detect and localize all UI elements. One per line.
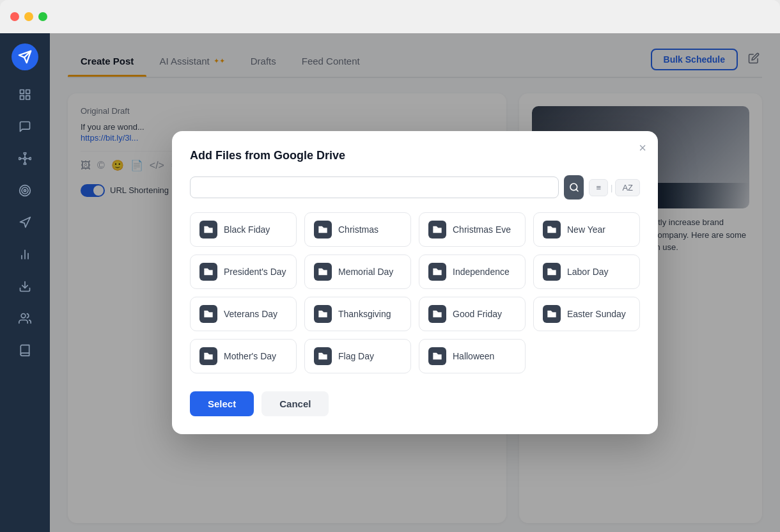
modal-overlay[interactable]: Add Files from Google Drive × ≡ | AZ xyxy=(50,33,780,532)
svg-rect-42 xyxy=(320,272,324,273)
file-name: Independence xyxy=(453,267,510,277)
svg-rect-40 xyxy=(205,272,210,273)
file-name: Black Fiday xyxy=(224,224,270,235)
svg-rect-51 xyxy=(434,313,440,314)
file-name: Memorial Day xyxy=(338,267,393,277)
app-container: Create Post AI Assistant ✦✦ Drafts Feed … xyxy=(0,33,780,532)
svg-rect-39 xyxy=(205,271,211,272)
file-name: Christmas xyxy=(338,224,378,235)
folder-icon xyxy=(314,263,332,281)
folder-icon xyxy=(314,305,332,323)
svg-rect-60 xyxy=(434,357,439,357)
svg-line-30 xyxy=(576,189,578,191)
svg-rect-44 xyxy=(434,272,439,273)
svg-rect-58 xyxy=(320,357,324,357)
add-files-modal: Add Files from Google Drive × ≡ | AZ xyxy=(172,131,658,434)
folder-icon xyxy=(199,263,217,281)
folder-icon xyxy=(543,263,561,281)
file-grid: Black Fiday Christmas Chri xyxy=(190,212,640,373)
sidebar-item-dashboard[interactable] xyxy=(11,81,39,109)
modal-footer: Select Cancel xyxy=(190,391,640,416)
folder-icon xyxy=(428,221,446,239)
svg-point-16 xyxy=(22,187,28,194)
svg-rect-43 xyxy=(434,271,440,272)
sort-az-button[interactable]: AZ xyxy=(615,179,640,196)
sidebar-item-megaphone[interactable] xyxy=(11,208,39,237)
file-item[interactable]: Labor Day xyxy=(533,254,640,289)
svg-rect-53 xyxy=(549,313,554,314)
folder-icon xyxy=(314,221,332,239)
file-name: Labor Day xyxy=(567,267,609,277)
svg-point-14 xyxy=(24,163,26,165)
sidebar-item-network[interactable] xyxy=(11,145,39,173)
file-name: Christmas Eve xyxy=(453,224,511,235)
file-item[interactable]: New Year xyxy=(533,212,640,247)
folder-icon xyxy=(543,221,561,239)
folder-icon xyxy=(428,305,446,323)
sidebar-item-users[interactable] xyxy=(11,304,39,332)
file-item[interactable]: Halloween xyxy=(419,339,526,373)
sidebar-item-library[interactable] xyxy=(11,336,39,364)
file-item[interactable]: Christmas Eve xyxy=(419,212,526,247)
file-item[interactable]: Good Friday xyxy=(419,297,526,331)
svg-rect-54 xyxy=(549,315,553,315)
sidebar xyxy=(0,33,50,532)
svg-rect-36 xyxy=(434,230,439,231)
file-name: Mother's Day xyxy=(224,351,276,361)
title-bar xyxy=(0,0,780,33)
file-name: Flag Day xyxy=(338,351,374,361)
svg-rect-35 xyxy=(434,229,440,230)
svg-rect-2 xyxy=(20,90,24,94)
file-item[interactable]: Memorial Day xyxy=(304,254,411,289)
modal-close-button[interactable]: × xyxy=(639,141,646,154)
folder-icon xyxy=(543,305,561,323)
file-item[interactable]: Flag Day xyxy=(304,339,411,373)
list-view-button[interactable]: ≡ xyxy=(589,179,608,196)
svg-rect-47 xyxy=(205,313,211,314)
svg-rect-4 xyxy=(20,96,24,100)
file-item[interactable]: Easter Sunday xyxy=(533,297,640,331)
file-item[interactable]: Independence xyxy=(419,254,526,289)
file-item[interactable]: Mother's Day xyxy=(190,339,297,373)
svg-point-17 xyxy=(24,189,26,191)
svg-rect-32 xyxy=(205,230,210,231)
svg-rect-37 xyxy=(549,229,554,230)
svg-rect-5 xyxy=(26,96,30,100)
sidebar-item-analytics[interactable] xyxy=(11,240,39,269)
view-controls: ≡ | AZ xyxy=(589,179,640,196)
sidebar-item-download[interactable] xyxy=(11,272,39,301)
sidebar-item-target[interactable] xyxy=(11,176,39,205)
svg-rect-45 xyxy=(549,271,554,272)
svg-rect-56 xyxy=(205,357,210,357)
traffic-light-red[interactable] xyxy=(10,12,19,21)
svg-rect-31 xyxy=(205,229,211,230)
search-button[interactable] xyxy=(564,175,584,199)
svg-rect-48 xyxy=(205,315,210,315)
svg-rect-50 xyxy=(320,315,324,315)
folder-icon xyxy=(428,347,446,365)
file-name: Halloween xyxy=(453,351,494,361)
select-button[interactable]: Select xyxy=(190,391,254,416)
svg-point-13 xyxy=(24,152,26,154)
file-item[interactable]: Veterans Day xyxy=(190,297,297,331)
search-input[interactable] xyxy=(190,176,559,198)
svg-rect-49 xyxy=(320,313,325,314)
svg-point-22 xyxy=(21,314,26,318)
svg-rect-34 xyxy=(320,230,324,231)
file-name: Veterans Day xyxy=(224,309,277,319)
file-item[interactable]: President's Day xyxy=(190,254,297,289)
traffic-light-green[interactable] xyxy=(38,12,47,21)
file-name: Easter Sunday xyxy=(567,309,626,319)
folder-icon xyxy=(199,221,217,239)
svg-rect-52 xyxy=(434,315,439,315)
cancel-button[interactable]: Cancel xyxy=(261,391,329,416)
sidebar-item-chat[interactable] xyxy=(11,113,39,141)
file-item[interactable]: Black Fiday xyxy=(190,212,297,247)
file-item[interactable]: Thanksgiving xyxy=(304,297,411,331)
sidebar-logo[interactable] xyxy=(12,43,38,70)
main-content: Create Post AI Assistant ✦✦ Drafts Feed … xyxy=(50,33,780,532)
file-item[interactable]: Christmas xyxy=(304,212,411,247)
svg-rect-46 xyxy=(549,272,553,273)
modal-title: Add Files from Google Drive xyxy=(190,149,640,162)
traffic-light-yellow[interactable] xyxy=(24,12,33,21)
